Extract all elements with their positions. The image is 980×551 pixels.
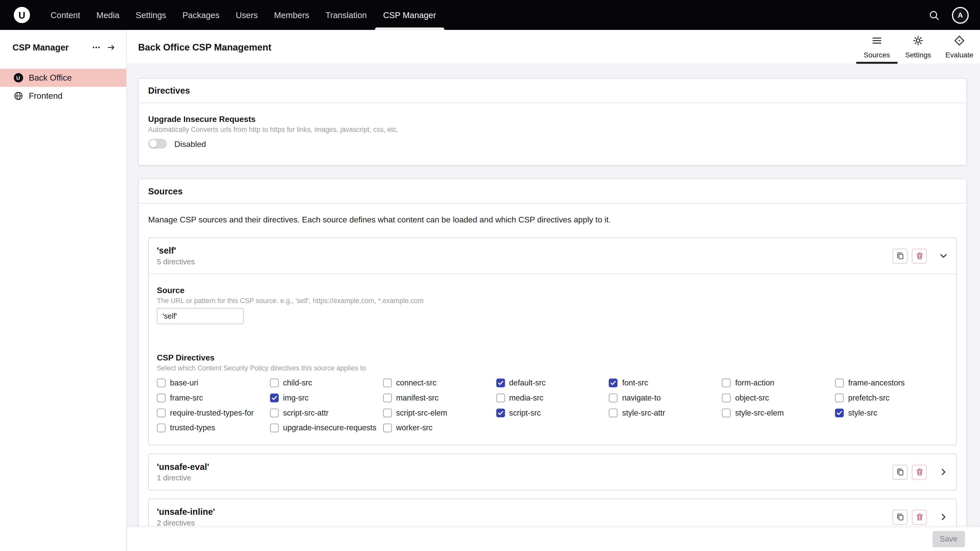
checkbox[interactable] <box>835 409 844 417</box>
upgrade-insecure-requests-description: Automatically Converts urls from http to… <box>148 125 957 133</box>
directive-option-frame-src[interactable]: frame-src <box>157 394 270 402</box>
directive-option-style-src-elem[interactable]: style-src-elem <box>722 409 835 417</box>
checkbox[interactable] <box>496 394 504 402</box>
directive-option-script-src[interactable]: script-src <box>496 409 609 417</box>
checkbox[interactable] <box>157 379 165 387</box>
checkbox[interactable] <box>270 379 279 387</box>
checkbox[interactable] <box>496 379 504 387</box>
source-input[interactable] <box>157 308 244 324</box>
sidebar-more-icon[interactable] <box>90 41 103 54</box>
check-icon <box>271 395 277 401</box>
directive-option-form-action[interactable]: form-action <box>722 379 835 387</box>
checkbox[interactable] <box>835 379 844 387</box>
directive-option-script-src-elem[interactable]: script-src-elem <box>383 409 496 417</box>
topnav-item-settings[interactable]: Settings <box>127 0 174 30</box>
directive-option-worker-src[interactable]: worker-src <box>383 424 496 432</box>
checkbox[interactable] <box>609 394 617 402</box>
directive-option-media-src[interactable]: media-src <box>496 394 609 402</box>
delete-source-button[interactable] <box>912 510 927 524</box>
source-card-self: 'self' 5 directives <box>148 238 957 446</box>
chevron-down-icon[interactable] <box>939 251 948 260</box>
chevron-right-icon[interactable] <box>939 467 948 477</box>
copy-icon <box>896 468 904 476</box>
topnav-item-csp-manager[interactable]: CSP Manager <box>375 0 444 30</box>
tab-sources[interactable]: Sources <box>856 30 897 64</box>
sidebar-tree: U Back Office Frontend <box>0 68 126 105</box>
source-card-header[interactable]: 'unsafe-eval' 1 directive <box>149 454 956 490</box>
directive-option-frame-ancestors[interactable]: frame-ancestors <box>835 379 948 387</box>
check-icon <box>497 410 503 416</box>
sidebar-item-frontend[interactable]: Frontend <box>0 87 126 105</box>
upgrade-insecure-requests-label: Upgrade Insecure Requests <box>148 114 957 124</box>
copy-source-button[interactable] <box>892 510 907 524</box>
topnav-item-content[interactable]: Content <box>43 0 89 30</box>
checkbox[interactable] <box>722 409 731 417</box>
directives-box-body: Upgrade Insecure Requests Automatically … <box>139 103 966 165</box>
checkbox[interactable] <box>157 424 165 432</box>
source-card-header[interactable]: 'self' 5 directives <box>149 238 956 274</box>
directive-option-script-src-attr[interactable]: script-src-attr <box>270 409 383 417</box>
delete-source-button[interactable] <box>912 248 927 263</box>
source-field-description: The URL or pattern for this CSP source. … <box>157 297 948 304</box>
upgrade-insecure-requests-toggle[interactable] <box>148 139 167 149</box>
topnav-item-translation[interactable]: Translation <box>317 0 375 30</box>
tab-settings[interactable]: Settings <box>897 30 939 64</box>
directive-option-child-src[interactable]: child-src <box>270 379 383 387</box>
topnav-item-users[interactable]: Users <box>228 0 266 30</box>
checkbox[interactable] <box>270 394 279 402</box>
save-button[interactable]: Save <box>932 531 965 548</box>
search-button[interactable] <box>924 6 943 24</box>
checkbox[interactable] <box>835 394 844 402</box>
checkbox[interactable] <box>722 394 731 402</box>
directive-option-label: img-src <box>283 394 309 402</box>
sidebar-item-label: Frontend <box>29 91 62 101</box>
directive-option-trusted-types[interactable]: trusted-types <box>157 424 270 432</box>
checkbox[interactable] <box>496 409 504 417</box>
checkbox[interactable] <box>270 424 279 432</box>
tab-evaluate[interactable]: Evaluate <box>939 30 980 64</box>
directive-option-connect-src[interactable]: connect-src <box>383 379 496 387</box>
directive-option-label: connect-src <box>396 379 436 387</box>
checkbox[interactable] <box>722 379 731 387</box>
directive-option-upgrade-insecure-requests[interactable]: upgrade-insecure-requests <box>270 424 383 432</box>
topnav-item-media[interactable]: Media <box>88 0 127 30</box>
checkbox[interactable] <box>383 394 391 402</box>
compass-icon <box>954 35 965 49</box>
source-card-titles: 'unsafe-eval' 1 directive <box>157 462 209 483</box>
check-icon <box>497 380 503 386</box>
sidebar-item-back-office[interactable]: U Back Office <box>0 68 126 87</box>
directive-option-navigate-to[interactable]: navigate-to <box>609 394 722 402</box>
checkbox[interactable] <box>383 409 391 417</box>
checkbox[interactable] <box>157 394 165 402</box>
directive-option-prefetch-src[interactable]: prefetch-src <box>835 394 948 402</box>
delete-source-button[interactable] <box>912 465 927 480</box>
directive-grid: base-urichild-srcconnect-srcdefault-srcf… <box>157 379 948 432</box>
tab-label: Evaluate <box>945 51 974 59</box>
workspace-shell: CSP Manager U Back Office <box>0 30 980 551</box>
checkbox[interactable] <box>609 409 617 417</box>
umbraco-logo-icon[interactable]: U <box>14 7 30 23</box>
directive-option-style-src[interactable]: style-src <box>835 409 948 417</box>
directive-option-font-src[interactable]: font-src <box>609 379 722 387</box>
sidebar-collapse-arrow-icon[interactable] <box>105 41 118 54</box>
checkbox[interactable] <box>157 409 165 417</box>
chevron-right-icon[interactable] <box>939 512 948 522</box>
directive-option-base-uri[interactable]: base-uri <box>157 379 270 387</box>
checkbox[interactable] <box>609 379 617 387</box>
avatar[interactable]: A <box>952 6 969 24</box>
topnav-item-packages[interactable]: Packages <box>174 0 228 30</box>
copy-source-button[interactable] <box>892 465 907 480</box>
directive-option-object-src[interactable]: object-src <box>722 394 835 402</box>
checkbox[interactable] <box>383 424 391 432</box>
checkbox[interactable] <box>270 409 279 417</box>
directive-option-label: default-src <box>509 379 546 387</box>
checkbox[interactable] <box>383 379 391 387</box>
topnav-item-members[interactable]: Members <box>266 0 317 30</box>
workspace-header: Back Office CSP Management Sources Setti… <box>127 30 980 65</box>
directive-option-img-src[interactable]: img-src <box>270 394 383 402</box>
copy-source-button[interactable] <box>892 248 907 263</box>
directive-option-require-trusted-types-for[interactable]: require-trusted-types-for <box>157 409 270 417</box>
directive-option-manifest-src[interactable]: manifest-src <box>383 394 496 402</box>
directive-option-style-src-attr[interactable]: style-src-attr <box>609 409 722 417</box>
directive-option-default-src[interactable]: default-src <box>496 379 609 387</box>
